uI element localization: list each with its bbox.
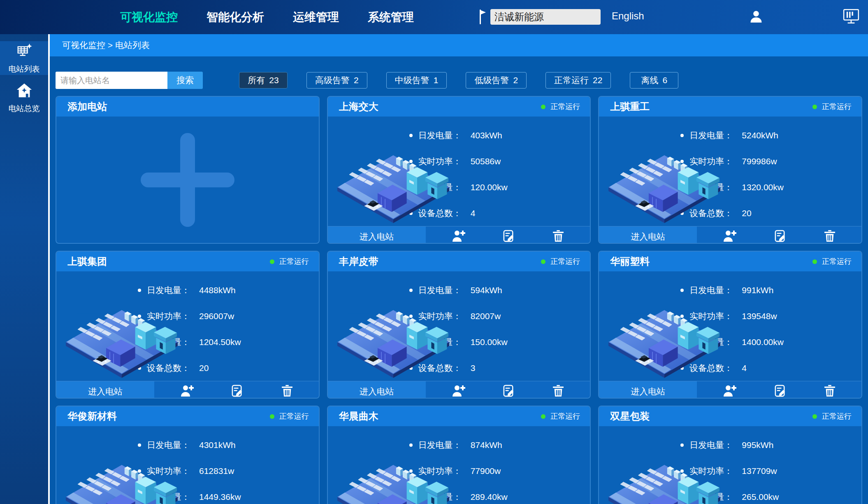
filter-offline[interactable]: 离线6 [630,72,678,89]
station-name: 上骐集团 [67,255,107,268]
add-user-icon [180,384,195,399]
breadcrumb: 可视化监控 > 电站列表 [50,34,868,56]
enter-station-button[interactable]: 进入电站 [599,226,697,244]
filter-normal[interactable]: 正常运行22 [545,72,611,89]
delete-station-button[interactable] [281,384,293,399]
organization-select[interactable]: 洁诚新能源 [490,9,601,25]
status-label: 正常运行 [550,257,580,266]
trash-icon [552,384,564,399]
status-badge: 正常运行 [812,102,852,112]
bullet-icon [680,495,684,499]
filter-high-alarm[interactable]: 高级告警2 [306,72,367,89]
menu-item-operations-management[interactable]: 运维管理 [293,9,339,25]
station-stats: 日发电量： 4488kWh 实时功率： 296007w 装机容量： 1204.5… [56,277,319,381]
filter-low-alarm[interactable]: 低级告警2 [466,72,527,89]
menu-item-intelligent-analysis[interactable]: 智能化分析 [207,9,264,25]
filter-mid-alarm[interactable]: 中级告警1 [386,72,447,89]
add-user-icon [451,384,466,399]
delete-station-button[interactable] [552,384,564,399]
add-user-button[interactable] [722,229,737,244]
stat-value: 4488kWh [199,285,236,295]
station-card-header: 华俊新材料 正常运行 [56,406,319,426]
delete-station-button[interactable] [824,384,836,399]
monitor-screens-icon[interactable] [842,8,860,26]
station-card-header: 丰岸皮带 正常运行 [328,252,590,271]
stat-value: 289.40kw [471,492,508,502]
search-input[interactable] [56,72,167,89]
station-card: 上骐重工 正常运行 [598,96,862,244]
stat-value: 594kWh [471,285,502,295]
stat-daily-energy: 日发电量： 874kWh [409,432,590,458]
stat-installed-capacity: 装机容量： 1449.36kw [138,484,319,504]
sidebar-item-station-list[interactable]: 电站列表 [0,41,48,75]
stat-realtime-power: 实时功率： 612831w [138,458,319,484]
edit-station-button[interactable] [774,229,787,244]
bullet-icon [409,469,413,473]
station-card-header: 上骐集团 正常运行 [56,252,319,271]
delete-station-button[interactable] [552,229,564,244]
stat-realtime-power: 实时功率： 139548w [680,303,861,329]
language-switch[interactable]: English [612,10,644,22]
edit-record-icon [231,384,244,399]
station-actions [426,381,590,399]
station-card-footer: 进入电站 [599,226,861,244]
enter-station-button[interactable]: 进入电站 [599,381,697,399]
stat-installed-capacity: 装机容量： 120.00kw [409,174,590,200]
stat-value: 3 [471,363,476,373]
filter-all[interactable]: 所有23 [239,72,288,89]
status-dot-icon [541,259,545,264]
bullet-icon [680,469,684,473]
station-name: 双星包装 [610,410,650,423]
add-user-button[interactable] [451,229,466,244]
enter-station-button[interactable]: 进入电站 [328,381,426,399]
station-card-body: 日发电量： 403kWh 实时功率： 50586w 装机容量： 120.00kw… [328,117,590,226]
edit-station-button[interactable] [774,384,787,399]
stat-device-count: 设备总数： 20 [680,200,861,226]
station-card: 华丽塑料 正常运行 [598,251,862,399]
status-label: 正常运行 [550,411,580,421]
station-card: 上海交大 正常运行 [327,96,591,244]
station-name: 丰岸皮带 [339,255,378,268]
stat-label: 日发电量： [689,130,733,141]
stat-value: 874kWh [471,440,502,450]
station-stats: 日发电量： 403kWh 实时功率： 50586w 装机容量： 120.00kw… [328,122,590,226]
enter-station-button[interactable]: 进入电站 [56,381,154,399]
stat-realtime-power: 实时功率： 137709w [680,458,861,484]
stat-label: 日发电量： [689,439,733,451]
stat-value: 120.00kw [471,182,508,192]
enter-station-button[interactable]: 进入电站 [328,226,426,244]
station-actions [697,381,861,399]
stat-device-count: 设备总数： 4 [409,200,590,226]
stat-value: 799986w [742,156,777,166]
station-name: 上骐重工 [610,100,650,113]
stat-label: 装机容量： [689,182,733,193]
stat-value: 991kWh [742,285,773,295]
sidebar-item-station-overview[interactable]: 电站总览 [0,81,48,114]
stat-installed-capacity: 装机容量： 1204.50kw [138,329,319,355]
stat-device-count: 设备总数： 3 [409,355,590,381]
status-badge: 正常运行 [541,411,580,421]
edit-station-button[interactable] [231,384,244,399]
add-user-button[interactable] [451,384,466,399]
bullet-icon [680,366,684,370]
station-card-footer: 进入电站 [328,381,590,399]
stat-installed-capacity: 装机容量： 289.40kw [409,484,590,504]
stat-value: 50586w [471,156,501,166]
search-button[interactable]: 搜索 [167,72,203,89]
station-name: 华晨曲木 [339,410,378,423]
stat-value: 4301kWh [199,440,236,450]
stat-label: 设备总数： [418,362,462,374]
menu-item-system-management[interactable]: 系统管理 [368,9,414,25]
edit-station-button[interactable] [502,229,516,244]
add-user-button[interactable] [180,384,195,399]
station-stats: 日发电量： 991kWh 实时功率： 139548w 装机容量： 1400.00… [599,277,861,381]
delete-station-button[interactable] [824,229,836,244]
bullet-icon [680,160,684,163]
station-card-body: 日发电量： 594kWh 实时功率： 82007w 装机容量： 150.00kw… [328,271,590,381]
add-user-icon [722,384,737,399]
user-icon[interactable] [749,9,764,26]
menu-item-visual-monitoring[interactable]: 可视化监控 [120,9,178,25]
add-user-button[interactable] [722,384,737,399]
add-station-button[interactable] [56,117,319,243]
edit-station-button[interactable] [502,384,516,399]
